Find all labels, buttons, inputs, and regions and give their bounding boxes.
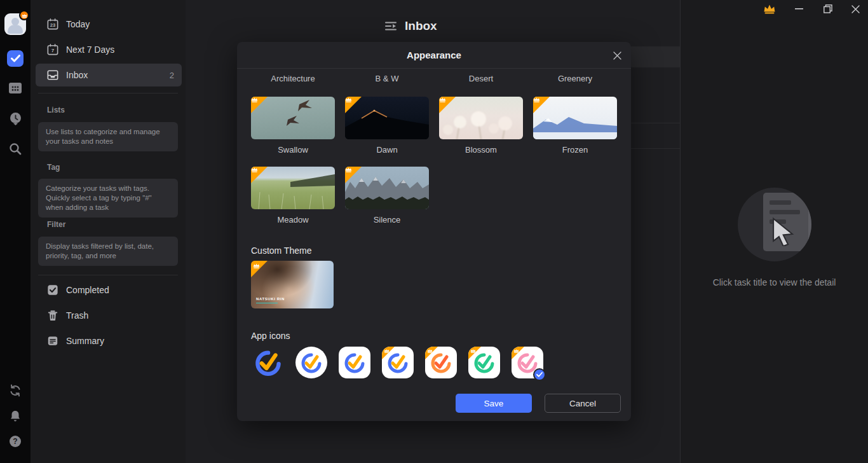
tag-hint-card: Categorize your tasks with tags. Quickly…	[38, 179, 178, 218]
rail-tasks-button[interactable]	[0, 47, 31, 70]
trash-icon	[47, 310, 58, 321]
summary-icon	[47, 335, 58, 347]
app-icon-option-1[interactable]	[252, 347, 284, 378]
calendar-today-icon: 23	[47, 18, 58, 30]
theme-cell-swallow: Swallow	[251, 97, 335, 155]
app-icons-heading: App icons	[251, 331, 290, 341]
theme-row-1: Swallow Dawn	[251, 97, 617, 155]
theme-thumb-swallow[interactable]	[251, 97, 335, 139]
upgrade-crown-button[interactable]	[761, 1, 778, 17]
collapse-sidebar-icon[interactable]	[385, 21, 397, 31]
sidebar-item-summary[interactable]: Summary	[36, 329, 182, 352]
sidebar-divider	[38, 93, 178, 93]
theme-label-desert: Desert	[439, 74, 523, 83]
sidebar-item-trash[interactable]: Trash	[36, 304, 182, 327]
calendar-icon	[8, 81, 22, 94]
crown-icon	[22, 13, 27, 18]
crown-icon	[345, 97, 352, 102]
sidebar-item-label: Inbox	[66, 70, 170, 80]
page-title: Inbox	[405, 19, 437, 33]
filter-hint-card: Display tasks filtered by list, date, pr…	[38, 237, 178, 266]
crown-icon	[251, 97, 258, 102]
sync-icon	[9, 384, 22, 397]
sidebar: 23 Today 7 Next 7 Days Inbox 2 Lists Use…	[31, 0, 186, 463]
app-icon-option-7-selected[interactable]	[512, 347, 543, 378]
user-avatar[interactable]	[4, 13, 26, 35]
theme-thumb-frozen[interactable]	[533, 97, 617, 139]
crown-icon	[253, 263, 260, 268]
close-icon	[851, 5, 860, 13]
custom-theme-thumb[interactable]: NATSUKI RIN	[251, 261, 334, 308]
theme-thumb-meadow[interactable]	[251, 167, 335, 209]
sidebar-item-next7days[interactable]: 7 Next 7 Days	[36, 38, 182, 61]
svg-text:7: 7	[51, 48, 55, 53]
search-icon	[9, 142, 22, 155]
dialog-title: Appearance	[407, 50, 461, 60]
restore-icon	[824, 4, 832, 13]
theme-name: Meadow	[251, 215, 335, 225]
theme-cell-dawn: Dawn	[345, 97, 429, 155]
sidebar-divider	[38, 275, 178, 275]
crown-icon	[345, 167, 352, 172]
crown-icon	[763, 4, 776, 14]
app-icon-option-2[interactable]	[295, 347, 327, 378]
focus-clock-icon	[9, 112, 22, 125]
close-dialog-button[interactable]	[609, 48, 625, 63]
pro-crown-badge	[19, 10, 29, 20]
minimize-icon	[795, 8, 803, 10]
save-button[interactable]: Save	[456, 394, 532, 413]
rail-search-button[interactable]	[0, 137, 31, 160]
bell-icon	[9, 410, 22, 422]
sidebar-item-label: Today	[66, 19, 174, 29]
sidebar-item-completed[interactable]: Completed	[36, 279, 182, 301]
app-icons-row	[252, 347, 543, 378]
sidebar-item-label: Completed	[66, 285, 174, 295]
sidebar-item-today[interactable]: 23 Today	[36, 13, 182, 36]
theme-label-bw: B & W	[345, 74, 429, 83]
sidebar-item-inbox[interactable]: Inbox 2	[36, 64, 182, 86]
theme-cell-silence: Silence	[345, 167, 429, 225]
theme-row-2: Meadow Silence	[251, 167, 429, 225]
lists-hint-card: Use lists to categorize and manage your …	[38, 122, 178, 151]
app-icon-option-4[interactable]	[382, 347, 414, 378]
restore-button[interactable]	[820, 1, 836, 17]
crown-icon	[439, 97, 446, 102]
svg-text:?: ?	[13, 437, 17, 446]
theme-name: Swallow	[251, 145, 335, 155]
crown-icon	[251, 167, 258, 172]
theme-name: Dawn	[345, 145, 429, 155]
section-header-tag: Tag	[47, 163, 60, 172]
theme-name: Frozen	[533, 145, 617, 155]
theme-name: Silence	[345, 215, 429, 225]
cancel-button[interactable]: Cancel	[545, 394, 621, 413]
app-icon-option-3[interactable]	[339, 347, 370, 378]
sidebar-item-label: Next 7 Days	[66, 45, 174, 55]
completed-checkbox-icon	[47, 284, 58, 296]
close-icon	[613, 52, 621, 60]
dialog-header: Appearance	[237, 42, 631, 69]
theme-thumb-dawn[interactable]	[345, 97, 429, 139]
rail-notifications-button[interactable]	[0, 404, 31, 427]
rail-focus-button[interactable]	[0, 107, 31, 130]
app-rail: ?	[0, 0, 31, 463]
dialog-footer: Save Cancel	[456, 394, 621, 413]
close-window-button[interactable]	[847, 1, 864, 17]
avatar-body	[8, 25, 23, 34]
inbox-icon	[47, 69, 58, 81]
app-icon-option-5[interactable]	[425, 347, 457, 378]
theme-thumb-blossom[interactable]	[439, 97, 523, 139]
theme-cell-meadow: Meadow	[251, 167, 335, 225]
tasks-check-icon	[7, 50, 24, 67]
app-icon-option-6[interactable]	[468, 347, 500, 378]
section-header-lists: Lists	[47, 106, 65, 114]
task-detail-panel: Click task title to view the detail	[680, 0, 868, 463]
rail-help-button[interactable]: ?	[0, 430, 31, 453]
minimize-button[interactable]	[790, 1, 807, 17]
custom-theme-heading: Custom Theme	[251, 245, 311, 256]
theme-label-architecture: Architecture	[251, 74, 335, 83]
rail-sync-button[interactable]	[0, 379, 31, 402]
theme-thumb-silence[interactable]	[345, 167, 429, 209]
rail-calendar-button[interactable]	[0, 76, 31, 99]
crown-icon	[533, 97, 540, 102]
help-icon: ?	[9, 435, 22, 448]
